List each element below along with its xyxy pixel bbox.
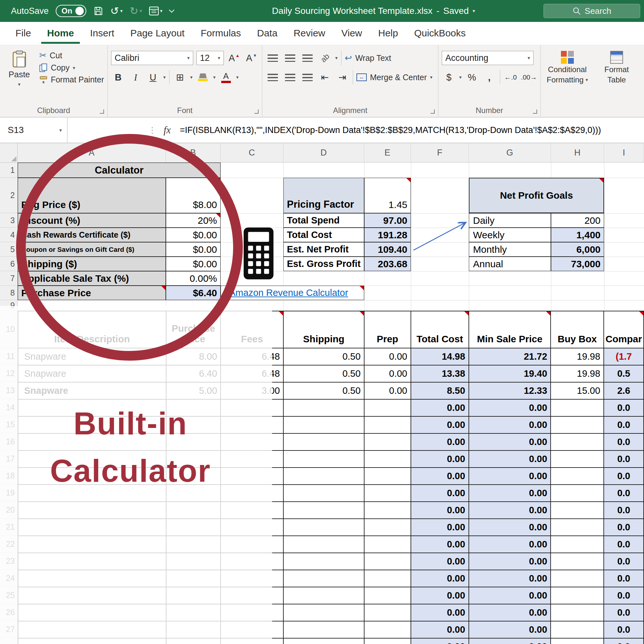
cell-comparison[interactable]: 0.0 [604, 434, 644, 451]
cell-sale-tax-value[interactable]: 0.00% [166, 271, 221, 286]
percent-style-button[interactable]: % [465, 70, 479, 84]
accounting-format-button[interactable]: $ [442, 70, 456, 84]
cell-item-description[interactable] [18, 519, 166, 536]
alignment-dialog-launcher[interactable] [431, 109, 435, 114]
cell-calculator-title[interactable]: Calculator [18, 163, 221, 178]
cell-prep[interactable] [365, 639, 411, 644]
cell-min-sale-price[interactable]: 0.00 [469, 502, 551, 519]
cell-item-description[interactable] [18, 553, 166, 570]
save-status[interactable]: Saved [443, 6, 469, 16]
wrap-text-button[interactable]: ↩Wrap Text [345, 53, 391, 63]
increase-indent-button[interactable]: ⇥ [335, 70, 349, 84]
cell-total-cost-label[interactable]: Total Cost [283, 228, 364, 242]
cell-fees[interactable] [221, 639, 284, 644]
shrink-font-button[interactable]: A▼ [244, 51, 259, 65]
header-shipping[interactable]: Shipping [284, 311, 365, 348]
cell-buy-box[interactable] [551, 502, 604, 519]
namebox-resizer[interactable]: ⋮ [148, 125, 156, 135]
copy-button[interactable]: Copy▾ [39, 63, 104, 72]
cell-buy-box[interactable] [551, 519, 604, 536]
cell-reg-price-value[interactable]: $8.00 [166, 178, 221, 213]
align-center-button[interactable] [283, 70, 297, 84]
quick-command-button[interactable]: ▾ [149, 6, 163, 15]
document-title[interactable]: Daily Sourcing Worksheet Template.xlsx -… [272, 6, 475, 16]
cell-min-sale-price[interactable]: 21.72 [469, 348, 551, 365]
cell-min-sale-price[interactable]: 0.00 [469, 553, 551, 570]
cell-fees[interactable]: 6.48 [221, 365, 284, 383]
cell-shipping[interactable]: 0.50 [284, 348, 365, 365]
cell-prep[interactable] [365, 604, 411, 621]
cell-shipping[interactable] [284, 434, 365, 451]
cell-prep[interactable] [365, 519, 411, 536]
customize-toolbar-button[interactable] [170, 10, 174, 12]
cell-min-sale-price[interactable]: 0.00 [469, 400, 551, 417]
cell-item-description[interactable] [18, 639, 166, 644]
cell-shipping[interactable] [284, 570, 365, 587]
cell-comparison[interactable]: 0.0 [604, 468, 644, 485]
cell-comparison[interactable]: 0.0 [604, 604, 644, 621]
cell-item-description[interactable] [18, 570, 166, 587]
cell-comparison[interactable]: 0.0 [604, 519, 644, 536]
cell-buy-box[interactable]: 19.98 [551, 348, 604, 365]
cell-reg-price-label[interactable]: Reg Price ($) [18, 178, 166, 213]
header-min-sale-price[interactable]: Min Sale Price [469, 311, 551, 348]
cell-shipping[interactable] [284, 604, 365, 621]
chevron-down-icon[interactable]: ▾ [163, 74, 166, 80]
cell-prep[interactable] [365, 451, 411, 468]
cell-purchase-price[interactable] [166, 536, 221, 553]
cell-buy-box[interactable] [551, 400, 604, 417]
cell-fees[interactable] [221, 553, 284, 570]
cell-purchase-price[interactable]: 6.40 [166, 365, 221, 383]
cell-buy-box[interactable] [551, 485, 604, 502]
cell-discount-value[interactable]: 20% [166, 213, 221, 228]
cell-fees[interactable] [221, 536, 284, 553]
cell-total-spend-label[interactable]: Total Spend [283, 213, 364, 228]
cell-shipping[interactable] [284, 639, 365, 644]
cell-fees[interactable] [221, 485, 284, 502]
cell-monthly-label[interactable]: Monthly [469, 242, 551, 257]
cell-buy-box[interactable] [551, 604, 604, 621]
tab-page-layout[interactable]: Page Layout [125, 23, 190, 44]
cell-min-sale-price[interactable]: 0.00 [469, 434, 551, 451]
cell-weekly-value[interactable]: 1,400 [551, 228, 604, 242]
number-dialog-launcher[interactable] [533, 109, 537, 114]
cell-buy-box[interactable] [551, 621, 604, 639]
cell-buy-box[interactable] [551, 587, 604, 604]
cell-shipping-value[interactable]: $0.00 [166, 257, 221, 271]
cell-comparison[interactable]: 0.0 [604, 502, 644, 519]
cell-min-sale-price[interactable]: 12.33 [469, 383, 551, 400]
cell-sale-tax-label[interactable]: Applicable Sale Tax (%) [18, 271, 166, 286]
cell-buy-box[interactable] [551, 417, 604, 434]
cell-min-sale-price[interactable]: 0.00 [469, 639, 551, 644]
cell-prep[interactable] [365, 502, 411, 519]
cell-comparison[interactable]: 0.0 [604, 400, 644, 417]
cell-buy-box[interactable] [551, 536, 604, 553]
cell-total-cost[interactable]: 0.00 [411, 536, 469, 553]
cell-total-cost[interactable]: 0.00 [411, 519, 469, 536]
cell-weekly-label[interactable]: Weekly [469, 228, 551, 242]
cell-buy-box[interactable]: 19.98 [551, 365, 604, 383]
chevron-down-icon[interactable]: ▾ [335, 55, 338, 61]
cell-cash-rewards-label[interactable]: Cash Rewards Certificate ($) [18, 228, 166, 242]
header-purchase-price[interactable]: Purchase Price [166, 311, 221, 348]
cell-fees[interactable]: 3.00 [221, 383, 284, 400]
cell-total-cost[interactable]: 0.00 [411, 434, 469, 451]
chevron-down-icon[interactable]: ▾ [120, 8, 123, 14]
cell-fees[interactable] [221, 434, 284, 451]
clipboard-dialog-launcher[interactable] [100, 109, 104, 114]
cell-comparison[interactable]: 0.0 [604, 417, 644, 434]
font-size-select[interactable]: 12▾ [196, 51, 224, 65]
chevron-down-icon[interactable]: ▾ [18, 81, 21, 87]
cell-fees[interactable]: 6.48 [221, 348, 284, 365]
header-comparison[interactable]: Compar [604, 311, 644, 348]
cell-prep[interactable] [365, 417, 411, 434]
paste-button[interactable]: Paste ▾ [3, 49, 35, 104]
tab-view[interactable]: View [336, 23, 368, 44]
amazon-revenue-calculator-link[interactable]: Amazon Revenue Calculator [221, 288, 348, 298]
cell-comparison[interactable]: 0.0 [604, 553, 644, 570]
cell-shipping[interactable] [284, 621, 365, 639]
cell-buy-box[interactable] [551, 451, 604, 468]
cell-prep[interactable] [365, 553, 411, 570]
tab-quickbooks[interactable]: QuickBooks [408, 23, 471, 44]
cell-comparison[interactable]: 0.0 [604, 570, 644, 587]
